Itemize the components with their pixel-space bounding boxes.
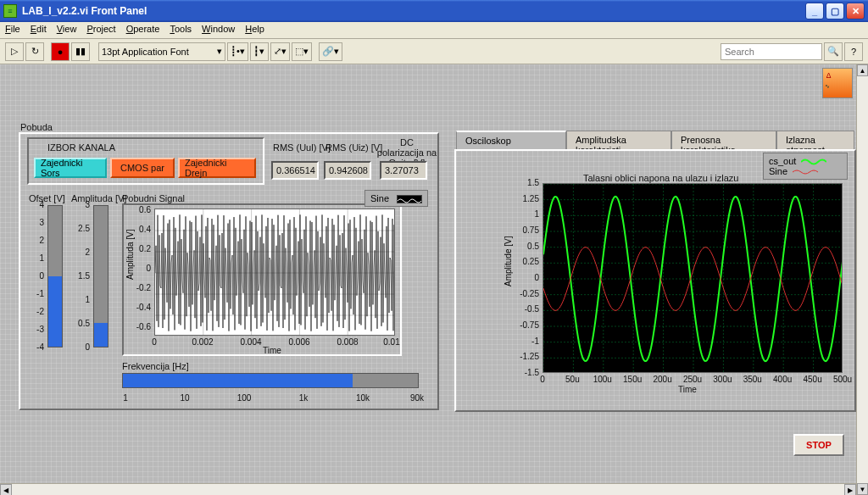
maximize-button[interactable]: ▢ [826, 3, 844, 19]
graph2-xlabel: Time [678, 385, 697, 394]
search-input[interactable] [721, 43, 822, 60]
frekv-slider[interactable] [122, 373, 419, 388]
btn-zajednicki-sors[interactable]: Zajednicki Sors [34, 158, 107, 178]
resize-button[interactable]: ⤢▾ [270, 42, 290, 61]
front-panel: Δ∿ Pobuda IZBOR KANALA Zajednicki Sors C… [0, 64, 868, 495]
menu-window[interactable]: Window [202, 24, 235, 36]
graph2-legend[interactable]: cs_out Sine [763, 153, 848, 180]
menu-edit[interactable]: Edit [31, 24, 47, 36]
izbor-label: IZBOR KANALA [47, 142, 115, 153]
close-button[interactable]: ✕ [846, 3, 865, 19]
graph1-xlabel: Time [263, 346, 281, 355]
menu-file[interactable]: File [5, 24, 20, 36]
toolbar: ▷ ↻ ● ▮▮ 13pt Application Font▾ ┋•▾ ┇▾ ⤢… [0, 39, 868, 64]
vi-icon[interactable]: Δ∿ [822, 68, 853, 98]
abort-button[interactable]: ● [51, 42, 70, 61]
btn-cmos-par[interactable]: CMOS par [110, 158, 175, 178]
menu-tools[interactable]: Tools [170, 24, 192, 36]
osciloskop-graph[interactable] [542, 183, 843, 373]
ofset-slider[interactable] [47, 205, 63, 348]
titlebar: ≡ LAB_I_v2.2.vi Front Panel _ ▢ ✕ [0, 0, 868, 22]
graph2-title: Talasni oblici napona na ulazu i izlazu [583, 173, 738, 183]
pobudni-label: Pobudni Signal [122, 193, 185, 203]
run-button[interactable]: ▷ [5, 42, 24, 61]
panel-v-scrollbar[interactable]: ▲ ▼ [856, 64, 868, 495]
rms-uiz-value: 0.942608 [324, 161, 371, 180]
menu-operate[interactable]: Operate [126, 24, 160, 36]
panel-h-scrollbar[interactable]: ◀ ▶ [0, 483, 856, 495]
scroll-right-icon[interactable]: ▶ [844, 484, 856, 495]
graph1-legend[interactable]: Sine [364, 190, 428, 207]
scroll-down-icon[interactable]: ▼ [857, 483, 868, 495]
scroll-left-icon[interactable]: ◀ [0, 484, 12, 495]
run-cont-button[interactable]: ↻ [25, 42, 44, 61]
scroll-up-icon[interactable]: ▲ [857, 64, 868, 76]
pobuda-title: Pobuda [20, 122, 53, 132]
stop-button[interactable]: STOP [793, 434, 844, 456]
distribute-button[interactable]: ┇▾ [250, 42, 269, 61]
help-icon[interactable]: ? [844, 42, 863, 61]
pause-button[interactable]: ▮▮ [71, 42, 90, 61]
reorder-button[interactable]: ⬚▾ [292, 42, 312, 61]
rms-uiz-label: RMS (Uiz) [V] [326, 142, 382, 153]
dc-value: 3.27073 [380, 161, 427, 180]
font-label: 13pt Application Font [102, 47, 189, 57]
search-icon[interactable]: 🔍 [824, 42, 843, 61]
rms-uul-value: 0.366514 [271, 161, 319, 180]
svg-text:Δ: Δ [826, 71, 832, 80]
labview-icon: ≡ [3, 4, 17, 18]
svg-text:∿: ∿ [825, 83, 830, 89]
rms-uul-label: RMS (Uul) [V] [273, 142, 331, 153]
menu-view[interactable]: View [57, 24, 77, 36]
graph2-ylabel: Amplitude [V] [504, 236, 513, 286]
btn-zajednicki-drejn[interactable]: Zajednicki Drejn [178, 158, 256, 178]
minimize-button[interactable]: _ [805, 3, 824, 19]
pobudni-graph[interactable] [154, 209, 395, 336]
amp-slider[interactable] [93, 205, 108, 348]
font-selector[interactable]: 13pt Application Font▾ [98, 42, 225, 61]
menu-project[interactable]: Project [86, 24, 115, 36]
frekv-label: Frekvencija [Hz] [122, 361, 189, 371]
window-title: LAB_I_v2.2.vi Front Panel [22, 5, 804, 17]
menu-help[interactable]: Help [245, 24, 264, 36]
align-button[interactable]: ┋•▾ [227, 42, 248, 61]
group-button[interactable]: 🔗▾ [319, 42, 342, 61]
menubar: File Edit View Project Operate Tools Win… [0, 22, 868, 39]
